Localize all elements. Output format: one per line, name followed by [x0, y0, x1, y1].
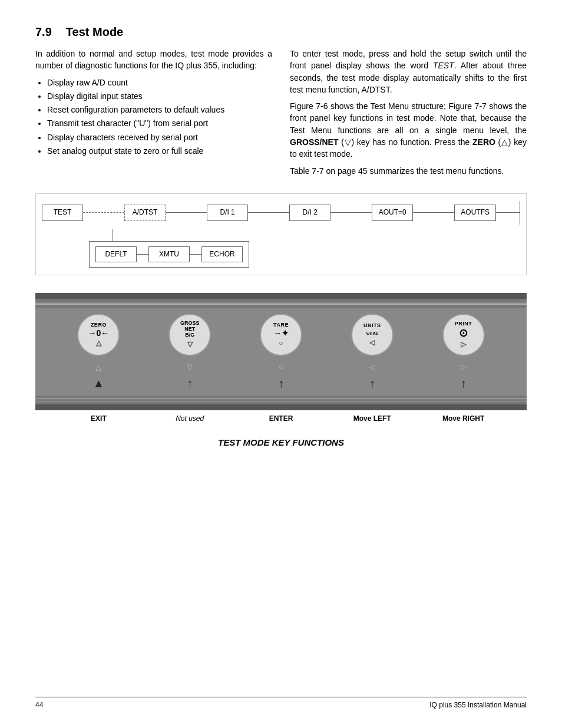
print-key[interactable]: PRINT ⊙ ▷	[442, 314, 485, 356]
bullet-6: Set analog output state to zero or full …	[47, 145, 272, 157]
small-arrow-5: ▷	[442, 362, 485, 373]
tare-key[interactable]: TARE →✦ ○	[260, 314, 302, 356]
zero-key-symbol: →0←	[88, 329, 109, 337]
flow-node-xmtu: XMTU	[148, 246, 190, 262]
right-column: To enter test mode, press and hold the s…	[290, 48, 527, 182]
big-arrow-notused: ↑	[168, 375, 211, 392]
units-key-label: UNITS	[363, 322, 381, 330]
big-arrow-moveright: ↑	[442, 375, 485, 392]
footer-page: 44	[35, 700, 43, 710]
right-para-2: Figure 7-6 shows the Test Menu structure…	[290, 100, 527, 160]
big-arrow-enter: ↑	[260, 375, 302, 392]
flow-node-adtst: A/DTST	[124, 205, 166, 220]
bullet-list: Display raw A/D count Display digital in…	[47, 77, 272, 157]
key-panel: ZERO →0← △ GROSSNETB/G ▽ TARE →✦ ○ UNITS…	[35, 293, 527, 410]
section-heading: Test Mode	[66, 24, 123, 41]
label-moveleft: Move LEFT	[351, 414, 394, 424]
flow-node-di1: D/I 1	[207, 205, 248, 220]
key-panel-wrapper: ZERO →0← △ GROSSNETB/G ▽ TARE →✦ ○ UNITS…	[35, 293, 527, 424]
units-key[interactable]: UNITS Units ◁	[351, 314, 394, 356]
zero-key[interactable]: ZERO →0← △	[77, 314, 120, 356]
small-arrow-4: ◁	[351, 362, 394, 373]
bullet-3: Reset configuration parameters to defaul…	[47, 104, 272, 116]
label-enter: ENTER	[260, 414, 302, 424]
label-exit: EXIT	[77, 414, 120, 424]
bullet-1: Display raw A/D count	[47, 77, 272, 88]
flowchart: TEST A/DTST D/I 1 D/I 2 AOUT=0 AOUTFS DE…	[35, 193, 527, 275]
label-moveright: Move RIGHT	[442, 414, 485, 424]
left-column: In addition to normal and setup modes, t…	[35, 48, 272, 182]
print-key-symbol: ⊙	[459, 328, 468, 338]
gross-net-key[interactable]: GROSSNETB/G ▽	[168, 314, 211, 356]
intro-text: In addition to normal and setup modes, t…	[35, 48, 272, 72]
figure-caption: TEST MODE KEY FUNCTIONS	[35, 436, 527, 449]
small-arrow-1: △	[77, 362, 120, 373]
bullet-4: Transmit test character ("U") from seria…	[47, 117, 272, 129]
tare-key-arrow: ○	[279, 338, 283, 348]
flow-node-test: TEST	[42, 205, 83, 220]
section-number: 7.9	[35, 24, 52, 41]
big-arrow-moveleft: ↑	[351, 375, 394, 392]
gross-net-key-arrow: ▽	[187, 340, 193, 350]
flow-node-deflt: DEFLT	[95, 246, 137, 262]
right-para-1: To enter test mode, press and hold the s…	[290, 48, 527, 95]
right-para-3: Table 7-7 on page 45 summarizes the test…	[290, 165, 527, 177]
small-arrow-3: ○	[260, 362, 302, 373]
units-key-sublabel: Units	[366, 330, 378, 337]
flow-node-aout0: AOUT=0	[372, 205, 413, 220]
gross-net-key-label: GROSSNETB/G	[180, 321, 200, 338]
section-title: 7.9 Test Mode	[35, 24, 527, 41]
zero-key-arrow: △	[96, 338, 101, 348]
flow-node-aoutfs: AOUTFS	[454, 205, 496, 220]
footer: 44 IQ plus 355 Installation Manual	[35, 697, 527, 710]
units-key-arrow: ◁	[369, 338, 375, 348]
key-labels-row: EXIT Not used ENTER Move LEFT Move RIGHT	[35, 410, 527, 424]
flowchart-row1: TEST A/DTST D/I 1 D/I 2 AOUT=0 AOUTFS	[42, 201, 520, 225]
print-key-arrow: ▷	[461, 340, 466, 350]
flow-node-echor: ECHOR	[201, 246, 243, 262]
bullet-2: Display digital input states	[47, 90, 272, 102]
bullet-5: Display characters received by serial po…	[47, 131, 272, 143]
two-column-content: In addition to normal and setup modes, t…	[35, 48, 527, 182]
big-arrow-exit: ▲	[77, 375, 120, 392]
flow-node-di2: D/I 2	[289, 205, 330, 220]
footer-doc: IQ plus 355 Installation Manual	[429, 700, 527, 710]
small-arrow-2: ▽	[168, 362, 211, 373]
tare-key-symbol: →✦	[273, 329, 289, 337]
label-notused: Not used	[168, 414, 211, 424]
